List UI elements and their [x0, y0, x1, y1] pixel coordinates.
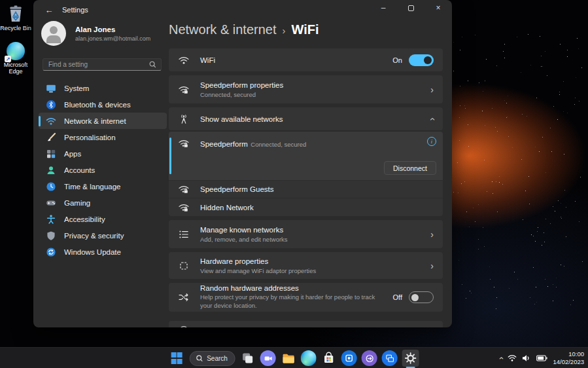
taskbar-search[interactable]: Search [189, 351, 235, 366]
folder-icon [281, 352, 295, 365]
back-button[interactable]: ← [43, 4, 56, 16]
tray-clock[interactable]: 10:00 14/02/2023 [553, 350, 584, 366]
row-title: Hardware properties [200, 257, 316, 265]
sidebar-item-label: Personalisation [64, 134, 116, 141]
tray-time: 10:00 [553, 350, 584, 358]
info-icon[interactable]: i [427, 137, 436, 146]
sidebar-item-accessibility[interactable]: Accessibility [39, 211, 167, 227]
row-title: Manage known networks [200, 226, 288, 234]
edge-browser-button[interactable] [301, 350, 317, 366]
user-profile[interactable]: Alan Jones alan.jones.wm@hotmail.com [41, 21, 150, 46]
maximize-icon [408, 5, 414, 11]
manage-known-networks-row[interactable]: Manage known networks Add, remove, and e… [169, 220, 443, 248]
row-title: Get help [200, 327, 228, 327]
help-icon [178, 325, 190, 327]
sidebar-item-accounts[interactable]: Accounts [39, 162, 167, 178]
breadcrumb-parent[interactable]: Network & internet [169, 22, 277, 37]
settings-search[interactable] [43, 58, 162, 71]
maximize-button[interactable] [397, 0, 424, 16]
sidebar-item-personalisation[interactable]: Personalisation [39, 129, 167, 145]
antenna-icon [178, 113, 190, 125]
sidebar-item-label: System [64, 84, 89, 92]
sidebar-item-gaming[interactable]: Gaming [39, 194, 167, 211]
sidebar-item-label: Bluetooth & devices [64, 101, 131, 109]
windows-logo-icon [171, 352, 182, 364]
desktop-icon-microsoft-edge[interactable]: ↗ Microsoft Edge [0, 42, 31, 75]
shortcut-arrow-icon: ↗ [5, 56, 11, 62]
network-item[interactable]: Hidden Network [169, 198, 443, 216]
selected-accent-bar [169, 138, 171, 174]
shield-icon [45, 230, 56, 241]
tray-date: 14/02/2023 [553, 358, 584, 366]
sidebar-item-bluetooth-devices[interactable]: Bluetooth & devices [39, 96, 167, 113]
wifi-lock-icon [178, 202, 190, 213]
desktop-icon-recycle-bin[interactable]: Recycle Bin [0, 4, 31, 31]
task-view-icon [241, 352, 254, 365]
titlebar[interactable]: ← Settings – × [33, 0, 452, 20]
start-button[interactable] [169, 350, 184, 366]
gamepad-icon [45, 197, 56, 208]
available-networks-list: Speedperform Connected, secured i Discon… [169, 132, 443, 216]
sidebar-item-network-internet[interactable]: Network & internet [39, 113, 167, 129]
chip-icon [178, 260, 190, 272]
network-name: Speedperform [200, 140, 248, 148]
random-toggle-state: Off [393, 293, 402, 301]
row-subtitle: Add, remove, and edit networks [200, 236, 288, 243]
sidebar-item-label: Privacy & security [64, 232, 124, 240]
wifi-icon [45, 115, 56, 126]
minimize-button[interactable]: – [370, 0, 397, 16]
tray-chevron-up-icon[interactable]: › [496, 357, 506, 359]
disconnect-button[interactable]: Disconnect [384, 161, 436, 175]
search-input[interactable] [43, 61, 149, 68]
close-button[interactable]: × [424, 0, 452, 16]
window-title: Settings [62, 6, 88, 14]
wifi-lock-icon [178, 138, 190, 149]
get-help-row[interactable]: Get help [169, 321, 443, 327]
sidebar-item-windows-update[interactable]: Windows Update [39, 244, 167, 260]
file-explorer-button[interactable] [281, 350, 296, 366]
sidebar-item-time-language[interactable]: Time & language [39, 178, 167, 194]
search-icon [149, 61, 156, 68]
shuffle-icon [178, 291, 190, 303]
wifi-row-label: WiFi [200, 56, 215, 64]
tray-battery-icon[interactable] [536, 355, 547, 361]
random-hardware-toggle[interactable] [409, 291, 434, 303]
connected-network-item[interactable]: Speedperform Connected, secured i Discon… [169, 132, 443, 180]
sidebar-item-apps[interactable]: Apps [39, 145, 167, 162]
network-name: Speedperform Guests [200, 185, 274, 193]
person-icon [45, 164, 56, 175]
wifi-toggle-row: WiFi On [169, 48, 443, 71]
desktop-icon-label: Microsoft Edge [0, 62, 31, 75]
chevron-up-icon: › [428, 117, 437, 120]
chat-app-button[interactable] [260, 350, 276, 366]
user-email: alan.jones.wm@hotmail.com [75, 35, 150, 42]
square-app-icon [345, 354, 353, 362]
tray-wifi-icon[interactable] [508, 354, 517, 362]
sidebar-item-label: Apps [64, 150, 81, 158]
sidebar-nav: System Bluetooth & devices Network & int… [39, 80, 167, 260]
show-available-networks-row[interactable]: Show available networks › [169, 107, 443, 130]
blue-app-button[interactable] [341, 350, 357, 366]
settings-app-button[interactable] [402, 350, 419, 367]
hardware-properties-row[interactable]: Hardware properties View and manage WiFi… [169, 252, 443, 279]
row-title: Speedperform properties [200, 81, 283, 89]
network-name: Hidden Network [200, 204, 254, 212]
settings-window: ← Settings – × Alan Jones alan.jones.wm@… [33, 0, 452, 327]
screens-app-button[interactable] [382, 350, 398, 366]
video-chat-icon [264, 354, 272, 363]
sidebar-item-privacy-security[interactable]: Privacy & security [39, 227, 167, 244]
network-properties-row[interactable]: Speedperform properties Connected, secur… [169, 75, 443, 103]
purple-arrow-app-button[interactable] [362, 350, 377, 366]
wifi-toggle[interactable] [409, 54, 434, 66]
breadcrumb-separator: › [283, 25, 286, 36]
tray-volume-icon[interactable] [522, 354, 531, 362]
dual-screens-icon [385, 354, 394, 363]
network-item[interactable]: Speedperform Guests [169, 180, 443, 198]
list-icon [178, 229, 190, 240]
sidebar-item-label: Network & internet [64, 117, 126, 125]
sidebar-item-system[interactable]: System [39, 80, 167, 96]
page-title: WiFi [292, 22, 319, 37]
microsoft-store-button[interactable] [321, 350, 337, 366]
sidebar-item-label: Time & language [64, 183, 121, 191]
task-view-button[interactable] [240, 350, 256, 366]
